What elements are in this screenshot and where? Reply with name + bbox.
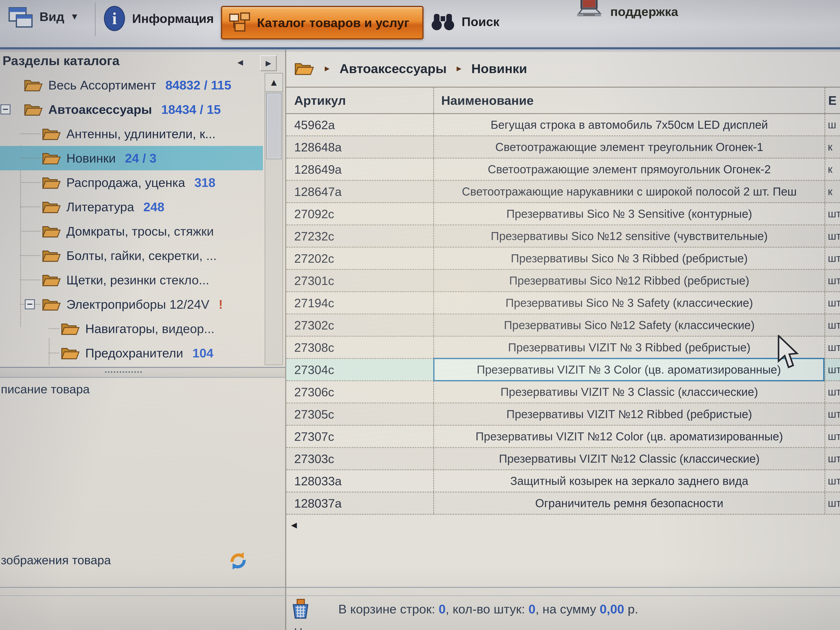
sidebar-tree-item[interactable]: Предохранители104 <box>0 341 263 365</box>
basket-label-sum: , на сумму <box>535 602 600 616</box>
sidebar-title: Разделы каталога <box>3 53 120 68</box>
application-window: Вид ▼ i Информация Каталог товаров и усл… <box>0 0 840 630</box>
tree-item-count: ! <box>219 297 223 312</box>
toolbar: Вид ▼ i Информация Каталог товаров и усл… <box>0 0 840 49</box>
refresh-icon[interactable] <box>228 551 248 571</box>
article-cell: 27232c <box>286 225 433 247</box>
binoculars-icon <box>431 11 455 32</box>
table-row[interactable]: 27194cПрезервативы Sico № 3 Safety (клас… <box>286 292 840 314</box>
column-header-article[interactable]: Артикул <box>286 93 433 108</box>
table-row[interactable]: 27092cПрезервативы Sico № 3 Sensitive (к… <box>286 203 840 225</box>
tree-item-label: Электроприборы 12/24V <box>66 297 209 312</box>
breadcrumb-item-current[interactable]: Новинки <box>471 61 527 76</box>
table-row[interactable]: 27304cПрезервативы VIZIT № 3 Color (цв. … <box>286 359 840 381</box>
table-row[interactable]: 128649aСветоотражающие элемент прямоугол… <box>286 159 840 181</box>
article-cell: 27308c <box>286 336 433 358</box>
tree-item-count: 248 <box>144 200 164 214</box>
name-cell: Презервативы VIZIT №12 Color (цв. аромат… <box>433 426 824 447</box>
tree-item-label: Домкраты, тросы, стяжки <box>66 224 214 238</box>
catalog-button[interactable]: Каталог товаров и услуг <box>221 6 423 39</box>
sidebar-tree-item[interactable]: Распродажа, уценка318 <box>0 170 263 195</box>
support-button[interactable]: поддержка <box>575 0 678 19</box>
article-cell: 27306c <box>286 381 433 403</box>
view-button[interactable]: Вид ▼ <box>8 4 79 29</box>
column-header-unit[interactable]: Е <box>824 88 840 113</box>
table-row[interactable]: 27306cПрезервативы VIZIT № 3 Classic (кл… <box>286 381 840 403</box>
tree-item-count: 104 <box>193 346 213 360</box>
sidebar-tree-item[interactable]: Антенны, удлинители, к... <box>0 122 263 146</box>
folder-icon <box>41 150 61 167</box>
table-row[interactable]: 27302cПрезервативы Sico №12 Safety (клас… <box>286 314 840 336</box>
sidebar-tree-item[interactable]: Весь Ассортимент84832 / 115 <box>0 73 263 97</box>
sidebar-tree-item[interactable]: Болты, гайки, секретки, ... <box>0 243 263 268</box>
table-row[interactable]: 27305cПрезервативы VIZIT №12 Ribbed (реб… <box>286 403 840 426</box>
name-cell: Презервативы VIZIT №12 Ribbed (ребристые… <box>433 403 824 425</box>
splitter-handle[interactable] <box>105 371 142 373</box>
table-row[interactable]: 27308cПрезервативы VIZIT № 3 Ribbed (реб… <box>286 336 840 359</box>
basket-label-rows: В корзине строк: <box>338 602 439 616</box>
tree-scrollbar[interactable]: ▲ <box>265 73 283 365</box>
unit-cell: шт <box>824 381 840 403</box>
breadcrumb-item-parent[interactable]: Автоаксессуары <box>339 61 447 76</box>
table-row[interactable]: 27232cПрезервативы Sico №12 sensitive (ч… <box>286 225 840 248</box>
table-row[interactable]: 27202cПрезервативы Sico № 3 Ribbed (ребр… <box>286 248 840 270</box>
expand-right-icon[interactable]: ► <box>260 55 277 71</box>
search-button[interactable]: Поиск <box>431 11 499 32</box>
unit-cell: к <box>824 136 840 158</box>
scrollbar-thumb[interactable] <box>266 93 281 159</box>
table-row[interactable]: 27303cПрезервативы VIZIT №12 Classic (кл… <box>286 448 840 470</box>
table-row[interactable]: 45962aБегущая строка в автомобиль 7х50см… <box>286 114 840 136</box>
sidebar-tree-item[interactable]: Новинки24 / 3 <box>0 146 263 170</box>
sidebar-tree-item[interactable]: Электроприборы 12/24V! <box>0 292 263 316</box>
article-cell: 27304c <box>286 359 433 380</box>
table-row[interactable]: 128037aОграничитель ремня безопасностишт <box>286 493 840 515</box>
article-cell: 128037a <box>286 493 433 514</box>
folder-icon <box>41 125 61 142</box>
tree-item-label: Болты, гайки, секретки, ... <box>66 248 217 263</box>
scroll-up-icon[interactable]: ▲ <box>265 74 283 92</box>
table-row[interactable]: 27307cПрезервативы VIZIT №12 Color (цв. … <box>286 426 840 448</box>
name-cell: Презервативы Sico №12 Ribbed (ребристые) <box>433 270 824 291</box>
table-row[interactable]: 128648aСветоотражающие элемент треугольн… <box>286 136 840 159</box>
panel-splitter[interactable] <box>0 367 285 378</box>
scroll-left-icon[interactable]: ◄ <box>289 519 299 531</box>
unit-cell: шт <box>824 292 840 314</box>
folder-icon <box>41 223 61 240</box>
tree-expander-icon[interactable] <box>0 104 11 114</box>
support-label: поддержка <box>610 5 678 19</box>
unit-cell: шт <box>824 336 840 358</box>
unit-cell: шт <box>824 403 840 425</box>
table-row[interactable]: 27301cПрезервативы Sico №12 Ribbed (ребр… <box>286 270 840 292</box>
name-cell: Ограничитель ремня безопасности <box>433 493 824 514</box>
tree-item-label: Предохранители <box>85 346 183 360</box>
name-cell: Презервативы Sico № 3 Safety (классическ… <box>433 292 824 314</box>
unit-cell: шт <box>824 203 840 224</box>
sidebar-tree-item[interactable]: Автоаксессуары18434 / 15 <box>0 97 263 122</box>
tree-expander-icon[interactable] <box>25 299 35 309</box>
table-header: Артикул Наименование Е <box>286 87 840 114</box>
column-header-name[interactable]: Наименование <box>433 88 824 113</box>
unit-cell: шт <box>824 225 840 247</box>
mouse-cursor <box>777 335 800 369</box>
sidebar-tree-item[interactable]: Навигаторы, видеор... <box>0 316 263 341</box>
tree-item-count: 18434 / 15 <box>161 102 221 117</box>
tree-item-label: Весь Ассортимент <box>48 78 156 92</box>
sidebar-tree-item[interactable]: Литература248 <box>0 195 263 219</box>
search-label: Поиск <box>461 14 499 29</box>
unit-cell: шт <box>824 470 840 492</box>
info-button[interactable]: i Информация <box>104 6 214 31</box>
article-cell: 27303c <box>286 448 433 469</box>
basket-currency: р. <box>624 602 638 616</box>
sidebar-tree-item[interactable]: Домкраты, тросы, стяжки <box>0 219 263 243</box>
sidebar-tree-item[interactable]: Щетки, резинки стекло... <box>0 268 263 292</box>
sidebar-catalog-sections: Разделы каталога ◄ ► Весь Ассортимент848… <box>0 49 286 630</box>
tree-item-label: Антенны, удлинители, к... <box>66 126 216 141</box>
basket-status-bar: В корзине строк: 0, кол-во штук: 0, на с… <box>291 594 638 624</box>
table-row[interactable]: 128647aСветоотражающие нарукавники с шир… <box>286 181 840 203</box>
collapse-left-icon[interactable]: ◄ <box>233 55 248 69</box>
table-row[interactable]: 128033aЗащитный козырек на зеркало задне… <box>286 470 840 493</box>
basket-label-qty: , кол-во штук: <box>445 602 528 616</box>
name-cell: Бегущая строка в автомобиль 7х50см LED д… <box>433 114 824 136</box>
table-body: 45962aБегущая строка в автомобиль 7х50см… <box>286 114 840 515</box>
folder-icon <box>294 59 315 77</box>
